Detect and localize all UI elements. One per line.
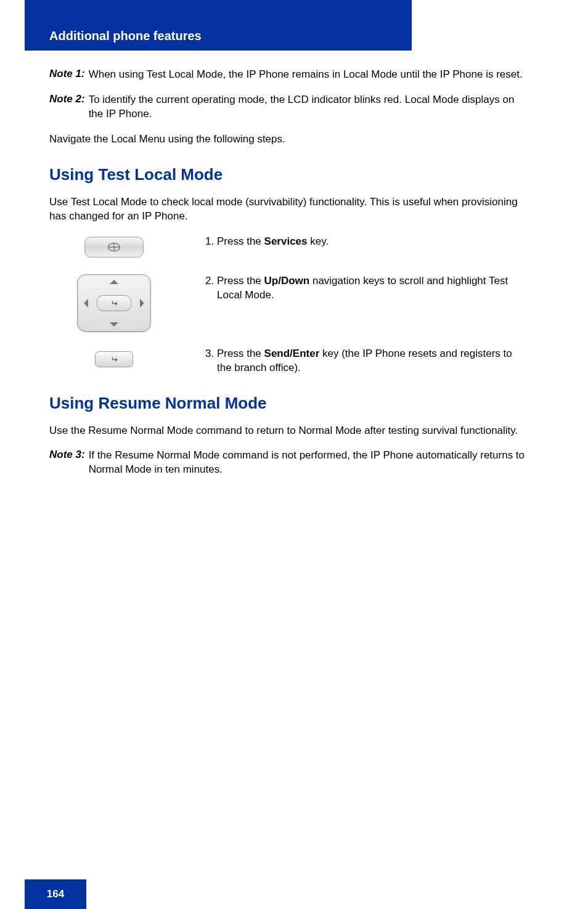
header-title: Additional phone features — [49, 29, 202, 43]
note-2: Note 2: To identify the current operatin… — [49, 93, 526, 121]
key-graphic-container: ↵ — [49, 274, 179, 332]
step-row-1: Press the Services key. — [49, 235, 526, 259]
step-row-3: ↵ Press the Send/Enter key (the IP Phone… — [49, 347, 526, 378]
step1-post: key. — [308, 235, 329, 247]
step-text: Press the Up/Down navigation keys to scr… — [203, 274, 526, 305]
step-1-item: Press the Services key. — [217, 235, 526, 249]
note-label: Note 1: — [49, 68, 85, 82]
section-heading-test-local-mode: Using Test Local Mode — [49, 165, 526, 184]
step-row-2: ↵ Press the Up/Down navigation keys to s… — [49, 274, 526, 332]
note-body: When using Test Local Mode, the IP Phone… — [89, 68, 523, 82]
step2-pre: Press the — [217, 275, 264, 287]
step-2-item: Press the Up/Down navigation keys to scr… — [217, 274, 526, 303]
enter-arrow-icon: ↵ — [110, 354, 118, 364]
nav-up-icon — [110, 280, 118, 284]
section2-intro: Use the Resume Normal Mode command to re… — [49, 424, 526, 438]
step-text: Press the Send/Enter key (the IP Phone r… — [203, 347, 526, 378]
navigation-pad-icon: ↵ — [77, 274, 151, 332]
globe-icon — [108, 243, 120, 251]
step-text: Press the Services key. — [203, 235, 526, 251]
intro-text: Navigate the Local Menu using the follow… — [49, 132, 526, 147]
page-content: Note 1: When using Test Local Mode, the … — [49, 68, 526, 488]
step2-keyname: Up/Down — [264, 275, 310, 287]
note-1: Note 1: When using Test Local Mode, the … — [49, 68, 526, 82]
key-graphic-container — [49, 235, 179, 259]
section-heading-resume-normal-mode: Using Resume Normal Mode — [49, 394, 526, 413]
step-3-item: Press the Send/Enter key (the IP Phone r… — [217, 347, 526, 375]
send-enter-key-icon: ↵ — [95, 351, 133, 367]
step1-keyname: Services — [264, 235, 308, 247]
step3-pre: Press the — [217, 348, 264, 359]
step3-keyname: Send/Enter — [264, 348, 320, 359]
note-body: To identify the current operating mode, … — [89, 93, 526, 121]
enter-arrow-icon: ↵ — [110, 298, 118, 308]
section1-intro: Use Test Local Mode to check local mode … — [49, 195, 526, 224]
note-label: Note 2: — [49, 93, 85, 121]
nav-center-button: ↵ — [97, 295, 131, 311]
note-label: Note 3: — [49, 449, 85, 477]
page-header: Additional phone features — [25, 0, 412, 51]
key-graphic-container: ↵ — [49, 347, 179, 372]
page-footer: 164 — [25, 879, 86, 909]
page-number: 164 — [47, 888, 64, 900]
nav-right-icon — [140, 299, 144, 308]
step1-pre: Press the — [217, 235, 264, 247]
note-3: Note 3: If the Resume Normal Mode comman… — [49, 449, 526, 477]
note-body: If the Resume Normal Mode command is not… — [89, 449, 526, 477]
nav-left-icon — [84, 299, 88, 308]
services-key-icon — [84, 237, 144, 258]
nav-down-icon — [110, 322, 118, 327]
